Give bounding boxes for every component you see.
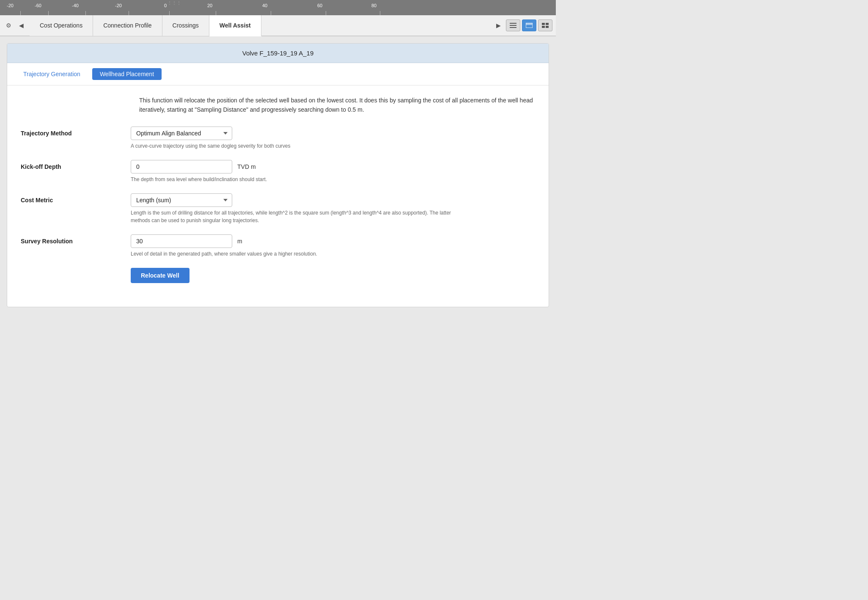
label-cost-metric: Cost Metric [21,193,131,204]
tab-cost-operations[interactable]: Cost Operations [30,15,93,36]
select-trajectory-method[interactable]: Optimum Align Balanced Minimum Curvature… [131,127,232,140]
ruler-label: 60 [317,3,322,8]
card-title: Volve F_159-19_19 A_19 [7,44,549,63]
tab-connection-profile[interactable]: Connection Profile [93,15,162,36]
svg-rect-4 [526,23,533,25]
svg-rect-5 [542,23,545,25]
hint-kickoff-depth: The depth from sea level where build/inc… [131,176,461,183]
ruler: -20 -60 -40 -20 0 ⋮⋮⋮ 20 40 60 80 [0,0,556,15]
ruler-label: 20 [207,3,212,8]
gear-icon[interactable]: ⚙ [3,19,14,31]
description-text: This function will relocate the position… [21,96,535,115]
input-unit-survey: m [131,234,535,248]
ruler-label: 0 [164,3,167,8]
button-row: Relocate Well [21,268,535,283]
back-icon[interactable]: ◀ [15,19,27,31]
tab-bar: ⚙ ◀ Cost Operations Connection Profile C… [0,15,556,36]
view-btn-grid[interactable] [538,19,552,31]
forward-icon[interactable]: ▶ [492,19,504,31]
ruler-label: -20 [7,3,14,8]
ruler-label: 80 [371,3,376,8]
input-survey-resolution[interactable] [131,234,232,248]
label-kickoff-depth: Kick-off Depth [21,160,131,170]
ruler-label: 40 [262,3,267,8]
svg-rect-2 [510,27,516,28]
hint-cost-metric: Length is the sum of drilling distance f… [131,209,461,224]
button-label-spacer [21,268,131,271]
label-trajectory-method: Trajectory Method [21,127,131,137]
field-survey-resolution: Survey Resolution m Level of detail in t… [21,234,535,258]
unit-kickoff-depth: TVD m [237,163,256,170]
svg-rect-1 [510,25,516,26]
svg-rect-8 [546,26,549,28]
view-btn-list[interactable] [506,19,520,31]
svg-rect-7 [542,26,545,28]
ruler-label: -20 [115,3,122,8]
tab-well-assist[interactable]: Well Assist [209,15,261,36]
tab-crossings[interactable]: Crossings [162,15,209,36]
view-btn-panel[interactable] [522,19,536,31]
select-cost-metric[interactable]: Length (sum) Length^2 (sum) Length^3 (su… [131,193,232,207]
button-wrap: Relocate Well [131,268,535,283]
control-kickoff-depth: TVD m The depth from sea level where bui… [131,160,535,183]
form-area: This function will relocate the position… [7,85,549,307]
ruler-label: -40 [72,3,79,8]
label-survey-resolution: Survey Resolution [21,234,131,245]
tab-trajectory-generation[interactable]: Trajectory Generation [16,68,88,80]
field-trajectory-method: Trajectory Method Optimum Align Balanced… [21,127,535,150]
control-survey-resolution: m Level of detail in the generated path,… [131,234,535,258]
well-assist-card: Volve F_159-19_19 A_19 Trajectory Genera… [7,43,549,307]
input-kickoff-depth[interactable] [131,160,232,173]
input-unit-kickoff: TVD m [131,160,535,173]
control-trajectory-method: Optimum Align Balanced Minimum Curvature… [131,127,535,150]
tab-bar-controls: ⚙ ◀ [0,19,30,31]
field-kickoff-depth: Kick-off Depth TVD m The depth from sea … [21,160,535,183]
hint-trajectory-method: A curve-curve trajectory using the same … [131,142,461,150]
unit-survey-resolution: m [237,238,242,245]
main-content: Volve F_159-19_19 A_19 Trajectory Genera… [0,36,556,314]
relocate-well-button[interactable]: Relocate Well [131,268,190,283]
field-cost-metric: Cost Metric Length (sum) Length^2 (sum) … [21,193,535,224]
tab-wellhead-placement[interactable]: Wellhead Placement [92,68,162,80]
card-sub-tabs: Trajectory Generation Wellhead Placement [7,63,549,85]
ruler-label: -60 [35,3,41,8]
tab-bar-right: ▶ [492,19,556,31]
control-cost-metric: Length (sum) Length^2 (sum) Length^3 (su… [131,193,535,224]
svg-rect-6 [546,23,549,25]
hint-survey-resolution: Level of detail in the generated path, w… [131,250,461,258]
svg-rect-0 [510,23,516,24]
